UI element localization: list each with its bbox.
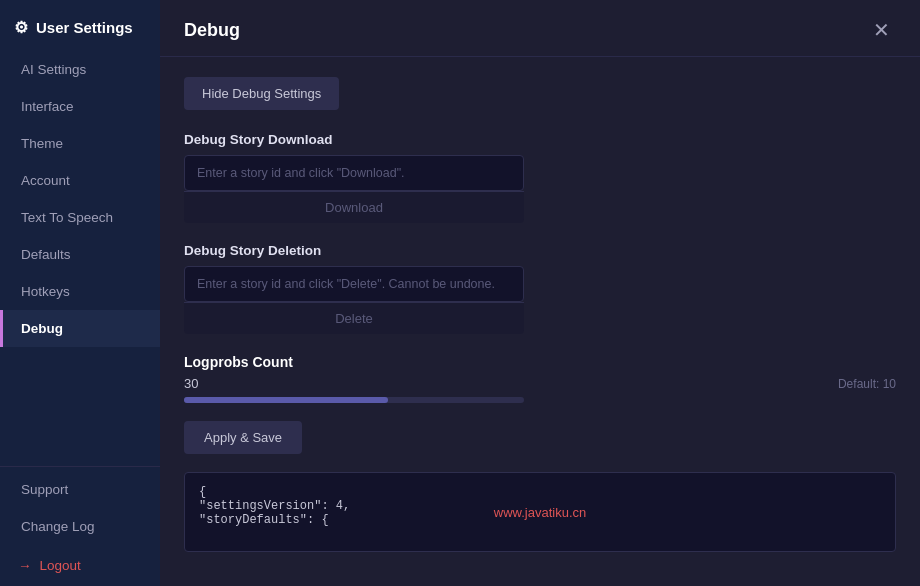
- logprobs-row: 30 Default: 10: [184, 376, 896, 391]
- logprobs-value: 30: [184, 376, 198, 391]
- json-line-1: {: [199, 485, 881, 499]
- logprobs-default: Default: 10: [838, 377, 896, 391]
- sidebar-item-ai-settings[interactable]: AI Settings: [0, 51, 160, 88]
- sidebar-bottom: Support Change Log: [0, 466, 160, 545]
- sidebar-item-change-log[interactable]: Change Log: [0, 508, 160, 545]
- json-preview: { "settingsVersion": 4, "storyDefaults":…: [184, 472, 896, 552]
- logprobs-slider-fill: [184, 397, 388, 403]
- sidebar-item-interface[interactable]: Interface: [0, 88, 160, 125]
- sidebar-logout[interactable]: → Logout: [0, 545, 160, 586]
- sidebar-item-debug[interactable]: Debug: [0, 310, 160, 347]
- debug-story-deletion-input[interactable]: [184, 266, 524, 302]
- sidebar-item-hotkeys[interactable]: Hotkeys: [0, 273, 160, 310]
- main-header: Debug ✕: [160, 0, 920, 57]
- sidebar-item-theme[interactable]: Theme: [0, 125, 160, 162]
- sidebar-item-defaults[interactable]: Defaults: [0, 236, 160, 273]
- sidebar-header: ⚙ User Settings: [0, 0, 160, 51]
- logprobs-slider[interactable]: [184, 397, 524, 403]
- apply-save-button[interactable]: Apply & Save: [184, 421, 302, 454]
- main-panel: Debug ✕ Hide Debug Settings Debug Story …: [160, 0, 920, 586]
- logout-icon: →: [18, 558, 32, 573]
- close-button[interactable]: ✕: [867, 18, 896, 42]
- logout-label: Logout: [40, 558, 81, 573]
- sidebar-item-support[interactable]: Support: [0, 471, 160, 508]
- hide-debug-settings-button[interactable]: Hide Debug Settings: [184, 77, 339, 110]
- logprobs-section: Logprobs Count 30 Default: 10: [184, 354, 896, 403]
- sidebar-title: User Settings: [36, 19, 133, 36]
- download-button[interactable]: Download: [184, 191, 524, 223]
- sidebar-item-text-to-speech[interactable]: Text To Speech: [0, 199, 160, 236]
- debug-story-deletion-section: Debug Story Deletion Delete: [184, 243, 896, 334]
- page-title: Debug: [184, 20, 240, 41]
- debug-story-download-section: Debug Story Download Download: [184, 132, 896, 223]
- debug-story-deletion-title: Debug Story Deletion: [184, 243, 896, 258]
- sidebar-item-account[interactable]: Account: [0, 162, 160, 199]
- json-line-2: "settingsVersion": 4,: [199, 499, 881, 513]
- logprobs-title: Logprobs Count: [184, 354, 896, 370]
- sidebar-nav: AI Settings Interface Theme Account Text…: [0, 51, 160, 545]
- gear-icon: ⚙: [14, 18, 28, 37]
- delete-button[interactable]: Delete: [184, 302, 524, 334]
- json-line-3: "storyDefaults": {: [199, 513, 881, 527]
- debug-story-download-input[interactable]: [184, 155, 524, 191]
- main-body: Hide Debug Settings Debug Story Download…: [160, 57, 920, 586]
- debug-story-download-title: Debug Story Download: [184, 132, 896, 147]
- sidebar: ⚙ User Settings AI Settings Interface Th…: [0, 0, 160, 586]
